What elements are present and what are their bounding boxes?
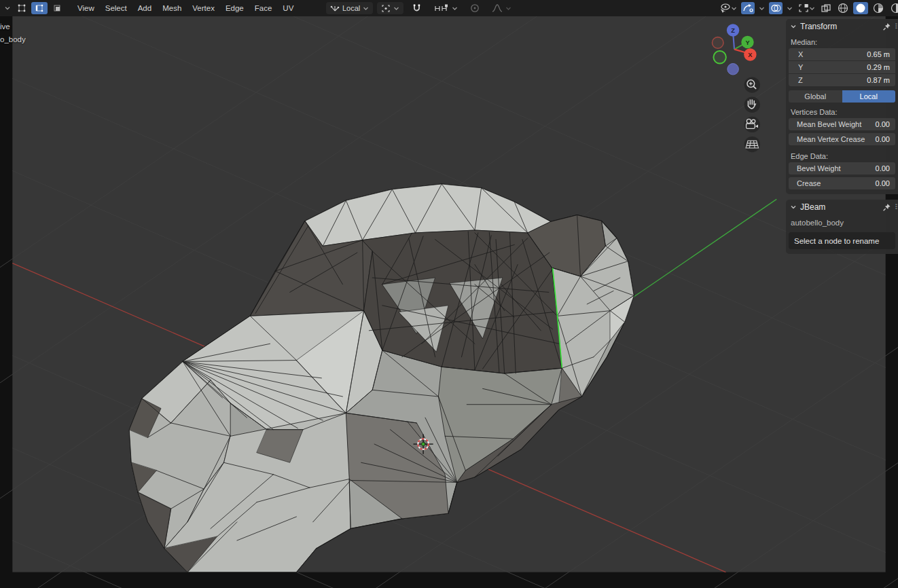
shading-rendered-button[interactable]	[888, 2, 898, 14]
menu-vertex[interactable]: Vertex	[187, 0, 220, 16]
bevel-weight-label: Bevel Weight	[789, 164, 876, 172]
bevel-weight-field[interactable]: Bevel Weight 0.00	[789, 162, 895, 174]
chevron-down-icon	[809, 5, 815, 12]
zoom-button[interactable]	[744, 77, 760, 92]
chevron-down-icon	[731, 5, 737, 12]
magnet-icon	[412, 3, 422, 13]
median-x-field[interactable]: X 0.65 m	[789, 48, 895, 60]
shading-solid-button[interactable]	[853, 2, 868, 14]
pin-icon[interactable]	[882, 22, 891, 31]
show-gizmo-toggle[interactable]	[741, 2, 755, 14]
node-rename-field[interactable]: Select a node to rename	[789, 232, 895, 249]
transform-panel: Transform ⠿ Median: X 0.65 m Y 0.29 m Z …	[786, 19, 898, 194]
proportional-circle-icon	[470, 3, 480, 13]
transform-orientation-dropdown[interactable]: Local	[326, 2, 373, 14]
median-x-label: X	[789, 50, 867, 58]
menu-mesh[interactable]: Mesh	[157, 0, 187, 16]
proportional-editing-button[interactable]	[466, 2, 484, 14]
gizmo-neg-z-ball[interactable]	[728, 64, 739, 75]
falloff-curve-icon	[492, 3, 503, 13]
show-object-types-dropdown[interactable]	[717, 2, 738, 14]
header-right-controls	[717, 0, 898, 16]
snap-target-dropdown[interactable]	[430, 2, 462, 14]
mean-bevel-weight-field[interactable]: Mean Bevel Weight 0.00	[789, 118, 895, 130]
shading-material-button[interactable]	[871, 2, 886, 14]
median-label: Median:	[786, 34, 898, 48]
rendered-shading-icon	[890, 3, 898, 14]
gizmo-icon	[742, 3, 753, 13]
chevron-down-icon	[505, 5, 511, 12]
camera-view-button[interactable]	[744, 117, 760, 132]
menu-view[interactable]: View	[72, 0, 100, 16]
jbeam-panel-header[interactable]: JBeam ⠿	[786, 200, 898, 215]
orientation-label: Local	[342, 4, 360, 12]
gizmo-dropdown-chevron[interactable]	[757, 2, 766, 14]
transform-panel-title: Transform	[800, 22, 879, 31]
mean-vertex-crease-field[interactable]: Mean Vertex Crease 0.00	[789, 133, 895, 145]
show-overlays-toggle[interactable]	[769, 2, 783, 14]
mean-bevel-weight-value: 0.00	[876, 120, 895, 128]
median-y-value: 0.29 m	[867, 63, 895, 71]
viewport-object-name-label: o_body	[0, 35, 26, 43]
gizmo-y-label: Y	[745, 39, 749, 46]
gizmo-x-label: X	[748, 52, 753, 58]
median-rows: X 0.65 m Y 0.29 m Z 0.87 m	[786, 48, 898, 86]
chevron-down-icon	[759, 5, 765, 12]
gizmo-neg-y-ball[interactable]	[713, 51, 725, 63]
viewport-3d[interactable]: Z Y X	[0, 16, 898, 588]
orientation-icon	[330, 4, 340, 13]
pivot-icon	[381, 4, 391, 13]
menu-add[interactable]: Add	[132, 0, 157, 16]
overlays-dropdown-chevron[interactable]	[785, 2, 794, 14]
face-select-mode-button[interactable]	[49, 2, 65, 14]
viewport-header: View Select Add Mesh Vertex Edge Face UV…	[0, 0, 898, 16]
median-y-field[interactable]: Y 0.29 m	[789, 61, 895, 73]
crease-value: 0.00	[876, 179, 895, 187]
menu-edge[interactable]: Edge	[220, 0, 249, 16]
panel-grip-handle[interactable]: ⠿	[895, 22, 898, 31]
median-z-field[interactable]: Z 0.87 m	[789, 74, 895, 86]
pivot-point-dropdown[interactable]	[377, 2, 403, 14]
chevron-down-icon	[452, 5, 458, 12]
mean-vertex-crease-label: Mean Vertex Crease	[789, 135, 876, 143]
viewport-view-name-label: ive	[0, 22, 10, 31]
editor-menu-chevron-icon[interactable]	[4, 5, 11, 12]
menu-select[interactable]: Select	[100, 0, 132, 16]
proportional-falloff-dropdown[interactable]	[488, 2, 516, 14]
ortho-grid-button[interactable]	[744, 136, 760, 152]
mean-vertex-crease-value: 0.00	[876, 135, 895, 143]
xray-toggle[interactable]	[797, 2, 816, 14]
jbeam-panel: JBeam ⠿ autobello_body Select a node to …	[786, 200, 898, 254]
compositor-squares-icon	[821, 3, 831, 13]
edge-data-label: Edge Data:	[786, 148, 898, 162]
overlays-icon	[770, 3, 781, 13]
median-y-label: Y	[789, 63, 867, 71]
jbeam-object-name: autobello_body	[786, 215, 898, 232]
sidebar-n-panel: Transform ⠿ Median: X 0.65 m Y 0.29 m Z …	[786, 16, 898, 254]
global-option[interactable]: Global	[789, 90, 842, 103]
render-pass-button[interactable]	[819, 2, 833, 14]
median-z-label: Z	[789, 76, 867, 84]
snap-increment-icon	[434, 4, 449, 13]
vertex-select-mode-button[interactable]	[14, 2, 30, 14]
pin-icon[interactable]	[882, 203, 891, 212]
menu-uv[interactable]: UV	[277, 0, 299, 16]
pan-hand-button[interactable]	[744, 97, 760, 113]
shading-wireframe-button[interactable]	[836, 2, 850, 14]
panel-grip-handle[interactable]: ⠿	[895, 203, 898, 212]
median-z-value: 0.87 m	[867, 76, 895, 84]
local-option[interactable]: Local	[842, 90, 896, 103]
crease-field[interactable]: Crease 0.00	[789, 177, 895, 189]
chevron-down-icon	[363, 5, 369, 12]
xray-icon	[798, 3, 809, 13]
snap-toggle-button[interactable]	[408, 2, 426, 14]
vertices-data-label: Vertices Data:	[786, 104, 898, 118]
crease-label: Crease	[789, 179, 876, 187]
solid-shading-icon	[855, 3, 867, 14]
gizmo-neg-x-ball[interactable]	[712, 37, 723, 49]
transform-panel-header[interactable]: Transform ⠿	[786, 19, 898, 34]
menu-face[interactable]: Face	[249, 0, 278, 16]
edge-select-mode-button[interactable]	[31, 2, 48, 14]
wireframe-shading-icon	[837, 3, 849, 14]
global-local-toggle: Global Local	[789, 90, 895, 103]
